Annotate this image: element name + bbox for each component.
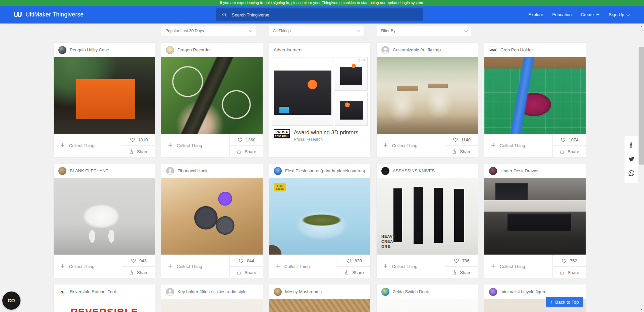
nav-create[interactable]: Create+	[581, 12, 600, 18]
like-button[interactable]: 943	[122, 255, 155, 267]
thing-photo[interactable]	[377, 299, 478, 312]
share-icon	[128, 270, 134, 275]
thing-photo[interactable]	[484, 57, 586, 134]
thing-title[interactable]: Penguin Utility Case	[70, 47, 109, 52]
creator-avatar[interactable]	[381, 288, 389, 296]
share-button[interactable]: Share	[553, 267, 586, 278]
scrollbar[interactable]: ▲ ▼	[639, 24, 644, 312]
thing-card-header: Key holder fifties / sixties radio style	[161, 284, 263, 299]
creator-avatar[interactable]	[489, 167, 497, 175]
creator-avatar[interactable]	[381, 167, 389, 175]
scrollbar-down-icon[interactable]: ▼	[639, 307, 644, 312]
collect-thing-button[interactable]: +Collect Thing	[377, 255, 445, 278]
collect-thing-button[interactable]: +Collect Thing	[54, 134, 122, 157]
collect-thing-button[interactable]: +Collect Thing	[161, 134, 229, 157]
cookie-consent-button[interactable]: CO	[2, 292, 20, 310]
search-box[interactable]	[216, 8, 423, 21]
collect-thing-button[interactable]: +Collect Thing	[484, 134, 552, 157]
collect-thing-button[interactable]: +Collect Thing	[484, 255, 552, 278]
ad-image-printer-large[interactable]	[272, 57, 333, 126]
thing-photo[interactable]	[484, 178, 586, 255]
filter-by-dropdown[interactable]: Filter By	[377, 26, 471, 36]
collect-thing-button[interactable]: +Collect Thing	[54, 255, 122, 278]
share-icon	[451, 270, 457, 275]
ad-headline[interactable]: Award winning 3D printers	[294, 129, 358, 136]
share-button[interactable]: Share	[230, 267, 263, 278]
ad-image-printer-small-2[interactable]	[335, 92, 368, 126]
thing-title[interactable]: Under Desk Drawer	[500, 168, 539, 173]
chevron-down-icon	[357, 29, 360, 32]
scrollbar-up-icon[interactable]: ▲	[639, 24, 644, 29]
thing-card-header: Jm3DCrab Pen Holder	[484, 43, 586, 57]
thing-title[interactable]: minimalist bicycle figure	[500, 289, 546, 294]
thing-title[interactable]: Reversible Ratchet Tool	[70, 289, 116, 294]
like-button[interactable]: 796	[445, 255, 478, 267]
thing-photo[interactable]	[161, 299, 263, 312]
nav-explore[interactable]: Explore	[528, 12, 543, 17]
share-button[interactable]: Share	[445, 146, 478, 157]
sort-dropdown[interactable]: Popular Last 30 Days	[161, 26, 256, 36]
thing-photo[interactable]: Flex Seeds	[269, 178, 370, 255]
creator-avatar[interactable]	[274, 288, 282, 296]
thing-card-footer: +Collect Thing1074Share	[484, 134, 586, 157]
like-button[interactable]: 1140	[445, 134, 478, 146]
collect-thing-button[interactable]: +Collect Thing	[161, 255, 229, 278]
search-input[interactable]	[231, 12, 393, 18]
thing-photo[interactable]	[161, 57, 263, 134]
whatsapp-share-icon[interactable]	[629, 170, 634, 176]
creator-avatar[interactable]	[166, 167, 174, 175]
creator-avatar[interactable]: Jm3D	[489, 46, 497, 54]
nav-education[interactable]: Education	[552, 12, 572, 17]
like-button[interactable]: 1810	[122, 134, 155, 146]
twitter-share-icon[interactable]	[629, 156, 634, 162]
thing-photo[interactable]	[377, 57, 478, 134]
facebook-share-icon[interactable]	[629, 142, 634, 148]
creator-avatar[interactable]	[58, 46, 66, 54]
creator-avatar[interactable]	[381, 46, 389, 54]
thing-title[interactable]: Crab Pen Holder	[500, 47, 533, 52]
thing-title[interactable]: Key holder fifties / sixties radio style	[177, 289, 247, 294]
category-dropdown[interactable]: All Things	[269, 26, 364, 36]
like-count: 844	[247, 258, 254, 263]
scrollbar-thumb[interactable]	[639, 47, 644, 165]
thing-title[interactable]: Fibonacci Hook	[177, 168, 208, 173]
share-button[interactable]: Share	[122, 146, 155, 157]
thing-title[interactable]: ASSASSINS KNIVES	[393, 168, 435, 173]
creator-avatar[interactable]	[274, 167, 282, 175]
adchoices-icon[interactable]: ▷	[359, 58, 361, 62]
like-button[interactable]: 844	[230, 255, 263, 267]
creator-avatar[interactable]	[489, 288, 497, 296]
thing-title[interactable]: Flexi Plesiosaurus(print-in-placeiosauru…	[285, 168, 365, 173]
like-button[interactable]: 1074	[553, 134, 586, 146]
thing-photo[interactable]	[54, 57, 155, 134]
share-button[interactable]: Share	[122, 267, 155, 278]
ad-close-icon[interactable]: ✕	[363, 58, 366, 62]
creator-avatar[interactable]	[58, 167, 66, 175]
creator-avatar[interactable]	[166, 46, 174, 54]
like-button[interactable]: 752	[553, 255, 586, 267]
like-button[interactable]: 1368	[230, 134, 263, 146]
creator-avatar[interactable]	[166, 288, 174, 296]
thing-photo[interactable]: REVERSIBLE	[54, 299, 155, 312]
thing-photo[interactable]	[161, 178, 263, 255]
like-button[interactable]: 820	[337, 255, 370, 267]
thing-title[interactable]: Zelda Switch Dock	[393, 289, 429, 294]
share-button[interactable]: Share	[337, 267, 370, 278]
share-button[interactable]: Share	[445, 267, 478, 278]
thing-photo[interactable]: HEAVY CREA ORS	[377, 178, 478, 255]
share-button[interactable]: Share	[553, 146, 586, 157]
share-button[interactable]: Share	[230, 146, 263, 157]
thing-photo[interactable]	[54, 178, 155, 255]
nav-signup[interactable]: Sign Up	[609, 12, 629, 17]
thing-photo[interactable]	[269, 299, 370, 312]
creator-avatar[interactable]	[58, 288, 66, 296]
collect-thing-button[interactable]: +Collect Thing	[269, 255, 337, 278]
brand-logo[interactable]: UltiMaker Thingiverse	[13, 6, 84, 24]
thing-title[interactable]: BLANK ELEPHANT	[70, 168, 108, 173]
thing-title[interactable]: Messy Mushrooms	[285, 289, 322, 294]
back-to-top-button[interactable]: ↑ Back to Top	[546, 297, 583, 307]
ad-creative[interactable]: ▷✕	[272, 57, 368, 126]
collect-thing-button[interactable]: +Collect Thing	[377, 134, 445, 157]
thing-title[interactable]: Customizable fruitfly trap	[393, 47, 441, 52]
thing-title[interactable]: Dragon Recorder	[177, 47, 211, 52]
